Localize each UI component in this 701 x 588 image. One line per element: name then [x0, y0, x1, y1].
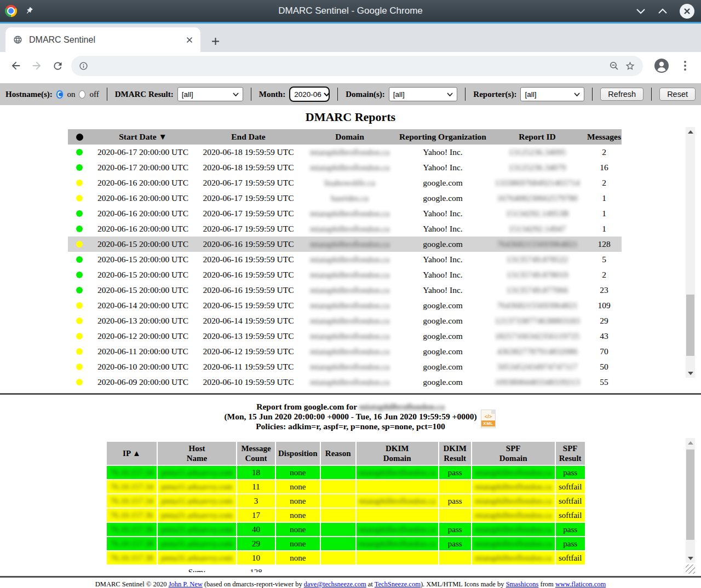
cell-spf-domain-redacted: miataphilbroflondon.ca — [472, 494, 555, 508]
redacted-text: 4363827787914832086 — [497, 347, 577, 356]
report-row[interactable]: 2020-06-16 20:00:00 UTC2020-06-17 19:59:… — [68, 191, 622, 206]
cell-dkim-result — [439, 480, 472, 494]
footer-link[interactable]: TechSneeze.com — [375, 580, 421, 588]
cell-reporting-org: google.com — [398, 344, 488, 359]
scroll-up-arrow[interactable] — [686, 127, 695, 136]
dmarc-result-select[interactable]: [all] — [177, 87, 243, 101]
cell-spf-result: softfail — [555, 494, 585, 508]
redacted-text: miataphilbroflondon.ca — [359, 468, 435, 477]
footer-link[interactable]: dave@techsneeze.com — [304, 580, 366, 588]
tab-dmarc-sentinel[interactable]: DMARC Sentinel — [5, 27, 200, 52]
reports-col-header[interactable]: Start Date ▼ — [91, 129, 195, 145]
cell-disposition: none — [275, 537, 320, 551]
cell-reporting-org: google.com — [398, 237, 488, 252]
cell-end-date: 2020-06-18 19:59:59 UTC — [195, 160, 302, 175]
report-row[interactable]: 2020-06-13 20:00:00 UTC2020-06-14 19:59:… — [68, 313, 622, 328]
hostname-off-radio[interactable] — [79, 90, 85, 99]
redacted-text: 76.10.157.36 — [110, 525, 153, 534]
report-detail-table: IP ▲Host NameMessage CountDispositionRea… — [106, 441, 586, 572]
browser-menu-button[interactable] — [675, 61, 696, 71]
redacted-text: 13125236.34079 — [509, 163, 566, 172]
report-row[interactable]: 2020-06-15 20:00:00 UTC2020-06-16 19:59:… — [68, 283, 622, 298]
domains-select[interactable]: [all] — [389, 87, 457, 101]
report-row[interactable]: 2020-06-10 20:00:00 UTC2020-06-11 19:59:… — [68, 359, 622, 374]
cell-reporting-org: google.com — [398, 191, 488, 206]
report-row[interactable]: 2020-06-12 20:00:00 UTC2020-06-13 19:59:… — [68, 328, 622, 344]
report-row[interactable]: 2020-06-14 20:00:00 UTC2020-06-15 19:59:… — [68, 298, 622, 313]
bookmark-star-icon[interactable] — [625, 61, 635, 71]
redacted-text: miataphilbroflondon.ca — [475, 525, 551, 534]
resize-grip[interactable] — [686, 564, 695, 574]
detail-scrollbar[interactable] — [686, 438, 695, 563]
reporters-label: Reporter(s): — [473, 90, 516, 99]
scroll-down-arrow[interactable] — [686, 554, 695, 563]
month-select[interactable]: 2020-06 — [289, 87, 330, 102]
cell-domain-redacted: miataphilbroflondon.ca — [302, 160, 398, 175]
cell-report-id-redacted: 7643682155693964821 — [488, 237, 587, 252]
redacted-text: miataphilbroflondon.ca — [310, 285, 389, 295]
report-row[interactable]: 2020-06-16 20:00:00 UTC2020-06-17 19:59:… — [68, 221, 622, 237]
report-row[interactable]: 2020-06-15 20:00:00 UTC2020-06-16 19:59:… — [68, 252, 622, 267]
zoom-out-icon[interactable] — [609, 61, 619, 71]
status-dot — [68, 145, 91, 160]
cell-end-date: 2020-06-17 19:59:59 UTC — [195, 221, 302, 237]
address-bar[interactable] — [71, 56, 643, 76]
cell-hostname-redacted: pmta31.arksavvy.com — [157, 537, 237, 551]
footer-link[interactable]: Smashicons — [506, 580, 539, 588]
back-button[interactable] — [5, 55, 26, 76]
reports-scrollbar[interactable] — [686, 127, 695, 378]
reports-header-row[interactable]: Start Date ▼End DateDomainReporting Orga… — [68, 129, 622, 145]
footer-link[interactable]: John P. New — [169, 580, 203, 588]
redacted-text: pmta11.arksavvy.com — [161, 497, 233, 505]
scroll-down-arrow[interactable] — [686, 368, 695, 378]
cell-start-date: 2020-06-11 20:00:00 UTC — [91, 344, 195, 359]
refresh-button[interactable]: Refresh — [600, 88, 643, 101]
redacted-text: 76.10.157.34 — [110, 497, 153, 505]
report-row[interactable]: 2020-06-09 20:00:00 UTC2020-06-10 19:59:… — [68, 374, 622, 390]
report-row[interactable]: 2020-06-15 20:00:00 UTC2020-06-16 19:59:… — [68, 267, 622, 283]
site-info-icon[interactable] — [79, 61, 88, 71]
close-button[interactable] — [680, 4, 694, 19]
reset-button[interactable]: Reset — [659, 88, 696, 101]
cell-reason — [320, 522, 356, 537]
cell-domain-redacted: miataphilbroflondon.ca — [302, 283, 398, 298]
tab-close-icon[interactable] — [186, 37, 193, 43]
cell-messages: 70 — [587, 344, 622, 359]
cell-spf-result: pass — [555, 522, 585, 537]
report-row[interactable]: 2020-06-15 20:00:00 UTC2020-06-16 19:59:… — [68, 237, 622, 252]
report-row[interactable]: 2020-06-11 20:00:00 UTC2020-06-12 19:59:… — [68, 344, 622, 359]
hostname-on-radio[interactable] — [56, 90, 64, 99]
redacted-text: pmta21.arksavvy.com — [161, 525, 233, 534]
scrollbar-thumb[interactable] — [686, 295, 694, 356]
redacted-text: hasrides.ca — [331, 193, 368, 203]
reload-button[interactable] — [47, 55, 68, 76]
report-row[interactable]: 2020-06-16 20:00:00 UTC2020-06-17 19:59:… — [68, 175, 622, 191]
forward-button[interactable] — [26, 55, 47, 76]
xml-file-icon[interactable]: </> XML — [481, 410, 496, 428]
cell-messages: 1 — [587, 191, 622, 206]
detail-header-row[interactable]: IP ▲Host NameMessage CountDispositionRea… — [106, 441, 585, 465]
detail-col-header[interactable]: IP ▲ — [106, 441, 157, 465]
tab-title: DMARC Sentinel — [29, 35, 180, 45]
new-tab-button[interactable] — [211, 37, 220, 45]
scroll-up-arrow[interactable] — [686, 438, 695, 447]
profile-avatar[interactable] — [654, 58, 669, 73]
yellow-status-dot — [76, 195, 83, 201]
scrollbar-thumb[interactable] — [686, 449, 694, 540]
footer-text: at — [366, 580, 375, 588]
maximize-button[interactable] — [658, 8, 668, 14]
filter-bar: Hostname(s): on off DMARC Result: [all] … — [0, 83, 701, 105]
redacted-text: 12137338774638803183 — [495, 316, 580, 325]
detail-header: Report from google.com for miataphilbrof… — [0, 402, 701, 431]
report-row[interactable]: 2020-06-17 20:00:00 UTC2020-06-18 19:59:… — [68, 145, 622, 160]
report-row[interactable]: 2020-06-16 20:00:00 UTC2020-06-17 19:59:… — [68, 206, 622, 221]
footer-link[interactable]: www.flaticon.com — [555, 580, 606, 588]
green-status-dot — [76, 164, 83, 171]
cell-start-date: 2020-06-15 20:00:00 UTC — [91, 252, 195, 267]
reporters-select[interactable]: [all] — [520, 87, 584, 101]
detail-row: 76.10.157.34pmta11.arksavvy.com3nonemiat… — [106, 494, 585, 508]
report-row[interactable]: 2020-06-17 20:00:00 UTC2020-06-18 19:59:… — [68, 160, 622, 175]
yellow-status-dot — [76, 364, 83, 370]
minimize-button[interactable] — [636, 8, 646, 14]
cell-ip-redacted: 76.10.157.34 — [106, 494, 157, 508]
